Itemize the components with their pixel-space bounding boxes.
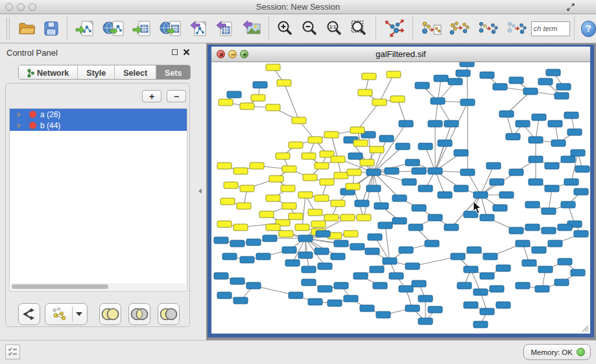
checklist-icon [8, 347, 18, 356]
tab-network[interactable]: Network [19, 65, 78, 79]
application-window: Session: New Session [0, 0, 596, 364]
memory-status-button[interactable]: Memory: OK [523, 344, 591, 360]
apply-preferred-layout-button[interactable] [383, 17, 406, 40]
main-toolbar: 1:1 ? [0, 14, 596, 43]
set-label: b (44) [40, 121, 60, 130]
collapse-arrow-icon[interactable] [198, 188, 202, 194]
venn-difference-icon [159, 306, 178, 322]
zoom-actual-size-button[interactable]: 1:1 [325, 17, 344, 40]
control-panel: Control Panel Network Style Select Sets … [0, 43, 195, 340]
network-window-title: galFiltered.sif [211, 49, 590, 59]
export-network-button[interactable] [188, 17, 209, 40]
scrollbar-thumb[interactable] [12, 284, 108, 289]
network-window[interactable]: galFiltered.sif [208, 45, 594, 337]
toolbar-separator [67, 17, 67, 40]
split-arrows-icon [21, 306, 37, 322]
svg-text:1:1: 1:1 [329, 25, 336, 29]
set-row-b[interactable]: b (44) [10, 120, 187, 131]
network-canvas[interactable] [211, 62, 590, 334]
network-desktop: galFiltered.sif [206, 43, 596, 340]
export-image-button[interactable] [240, 17, 262, 40]
tab-label: Network [37, 69, 69, 78]
venn-union-icon [101, 306, 120, 322]
statusbar: Memory: OK [0, 340, 596, 364]
control-panel-header: Control Panel [0, 43, 195, 63]
search-input[interactable] [531, 21, 570, 36]
toolbar-separator [574, 17, 575, 40]
float-panel-icon[interactable] [172, 49, 178, 55]
set-label: a (26) [40, 110, 60, 119]
tab-sets[interactable]: Sets [156, 65, 190, 79]
create-set-from-selection-button[interactable] [45, 303, 88, 325]
control-panel-title: Control Panel [6, 48, 58, 58]
expander-icon[interactable] [18, 123, 21, 128]
split-set-button[interactable] [18, 303, 40, 325]
help-button[interactable]: ? [581, 21, 596, 37]
dropdown-arrow-icon [76, 312, 82, 316]
tab-style[interactable]: Style [78, 65, 115, 79]
memory-status-label: Memory: OK [530, 348, 573, 356]
zoom-fit-selected-button[interactable] [350, 17, 369, 40]
toolbar-separator [375, 17, 376, 40]
tab-label: Select [123, 69, 147, 78]
select-from-set-button[interactable] [448, 17, 471, 40]
import-network-url-button[interactable] [101, 17, 126, 40]
export-table-button[interactable] [214, 17, 235, 40]
horizontal-scrollbar[interactable] [10, 283, 186, 290]
mouse-cursor [473, 201, 482, 214]
intersection-button[interactable] [128, 303, 150, 325]
tab-select[interactable]: Select [115, 65, 156, 79]
hide-selected-button[interactable] [477, 17, 500, 40]
new-network-from-selection-button[interactable] [420, 17, 443, 40]
toolbar-separator [412, 17, 413, 40]
expander-icon[interactable] [18, 112, 21, 117]
yellow-network-icon [51, 307, 69, 321]
sets-list: a (26) b (44) [9, 108, 187, 291]
union-button[interactable] [99, 303, 121, 325]
venn-intersection-icon [130, 306, 149, 322]
unhide-all-button[interactable] [505, 17, 529, 40]
control-panel-tabbar: Network Style Select Sets [18, 65, 191, 80]
help-glyph: ? [586, 23, 591, 34]
add-set-button[interactable]: + [142, 90, 161, 102]
toolbar-separator [268, 17, 269, 40]
close-panel-icon[interactable] [183, 49, 190, 56]
zoom-in-button[interactable] [276, 17, 295, 40]
zoom-out-button[interactable] [300, 17, 320, 40]
titlebar: Session: New Session [0, 0, 596, 14]
import-network-file-button[interactable] [74, 17, 96, 40]
toolbar-grip[interactable] [6, 17, 10, 40]
window-title: Session: New Session [0, 2, 596, 12]
memory-ok-icon [577, 348, 585, 356]
set-color-icon [29, 111, 36, 118]
set-row-a[interactable]: a (26) [10, 109, 187, 120]
import-table-file-button[interactable] [131, 17, 153, 40]
network-window-titlebar[interactable]: galFiltered.sif [211, 47, 590, 62]
fullscreen-icon[interactable] [566, 3, 575, 12]
set-color-icon [29, 122, 36, 129]
import-table-url-button[interactable] [158, 17, 183, 40]
resize-grip-icon[interactable] [580, 323, 589, 332]
tab-label: Style [86, 69, 106, 78]
sets-panel: + − a (26) b (44) [5, 83, 190, 327]
panel-splitter[interactable] [195, 43, 206, 340]
network-tree-icon [27, 69, 34, 78]
task-history-button[interactable] [5, 345, 20, 359]
remove-set-button[interactable]: − [167, 90, 186, 102]
tab-label: Sets [165, 69, 182, 78]
save-session-button[interactable] [42, 17, 60, 40]
difference-button[interactable] [158, 303, 180, 325]
open-session-button[interactable] [16, 17, 37, 40]
